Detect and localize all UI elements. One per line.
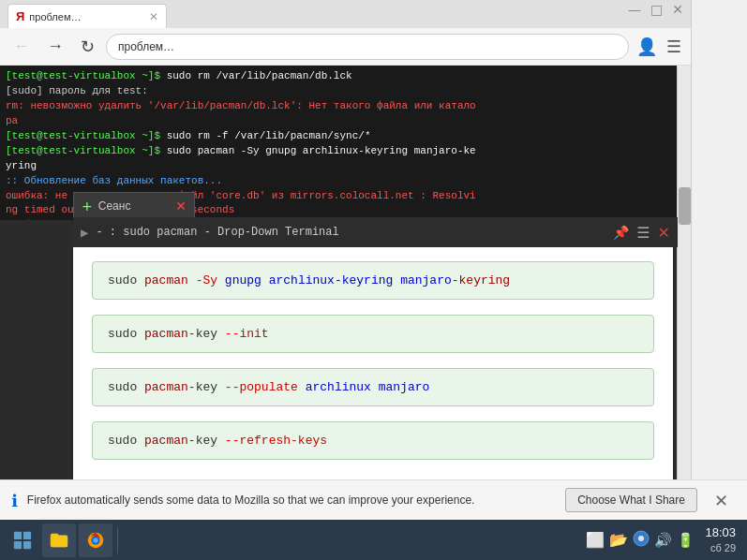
tray-battery-icon[interactable]: 🔋 bbox=[677, 532, 695, 549]
taskbar: ⬜ 📂 🔊 🔋 18:03 сб 29 bbox=[0, 520, 747, 560]
session-close-btn[interactable]: ✕ bbox=[175, 199, 187, 214]
taskbar-tray: ⬜ 📂 🔊 🔋 18:03 сб 29 bbox=[586, 525, 741, 554]
svg-rect-0 bbox=[14, 531, 22, 538]
session-bar: + Сеанс ✕ bbox=[73, 192, 195, 219]
svg-rect-3 bbox=[23, 540, 31, 548]
tray-folder-icon[interactable]: 📂 bbox=[609, 531, 628, 549]
window-maximize-btn[interactable]: □ bbox=[650, 2, 663, 17]
kde-icon bbox=[12, 530, 33, 551]
nav-forward-btn[interactable]: → bbox=[41, 35, 69, 58]
taskbar-clock: 18:03 сб 29 bbox=[699, 525, 741, 554]
firefox-icon bbox=[85, 530, 106, 551]
tray-speaker-icon[interactable]: 🔊 bbox=[654, 532, 672, 549]
taskbar-firefox-btn[interactable] bbox=[79, 523, 112, 557]
notification-info-icon: ℹ bbox=[11, 491, 18, 510]
svg-point-8 bbox=[638, 536, 644, 541]
clock-date: сб 29 bbox=[705, 541, 736, 554]
yakuake-pin-btn[interactable]: 📌 bbox=[613, 225, 629, 240]
yakuake-title: - : sudo pacman - Drop-Down Terminal bbox=[96, 226, 605, 239]
terminal-line-3: rm: невозможно удалить '/var/lib/pacman/… bbox=[6, 99, 685, 114]
terminal-line-1: [test@test-virtualbox ~]$ sudo rm /var/l… bbox=[6, 69, 685, 84]
firefox-notification-bar: ℹ Firefox automatically sends some data … bbox=[0, 479, 747, 520]
taskbar-start-btn[interactable] bbox=[6, 523, 39, 557]
terminal-line-7: yring bbox=[6, 159, 685, 174]
terminal-line-2: [sudo] пароль для test: bbox=[6, 84, 685, 99]
code-block-2: sudo pacman-key --init bbox=[92, 315, 654, 353]
terminal-line-4: ра bbox=[6, 114, 685, 129]
address-text: проблем… bbox=[118, 40, 174, 53]
code-block-3: sudo pacman-key --populate archlinux man… bbox=[92, 368, 654, 406]
terminal-line-5: [test@test-virtualbox ~]$ sudo rm -f /va… bbox=[6, 129, 685, 144]
nav-back-btn[interactable]: ← bbox=[7, 35, 36, 58]
taskbar-filemanager-btn[interactable] bbox=[42, 523, 76, 557]
terminal-line-6: [test@test-virtualbox ~]$ sudo pacman -S… bbox=[6, 144, 685, 159]
notification-close-btn[interactable]: ✕ bbox=[707, 487, 736, 514]
code-block-4: sudo pacman-key --refresh-keys bbox=[92, 421, 654, 460]
browser-tab-active[interactable]: Я проблем… ✕ bbox=[7, 4, 167, 28]
nav-reload-btn[interactable]: ↻ bbox=[75, 35, 100, 59]
svg-point-6 bbox=[93, 538, 98, 543]
yakuake-menu-btn[interactable]: ☰ bbox=[636, 224, 650, 242]
tray-network-icon[interactable] bbox=[633, 530, 650, 550]
notification-text: Firefox automatically sends some data to… bbox=[27, 494, 556, 507]
yakuake-title-bar: ▶ - : sudo pacman - Drop-Down Terminal 📌… bbox=[73, 217, 678, 247]
tray-screen-icon[interactable]: ⬜ bbox=[586, 531, 605, 549]
yakuake-close-btn[interactable]: ✕ bbox=[658, 224, 670, 242]
browser-tab-bar: — □ ✕ Я проблем… ✕ bbox=[0, 0, 691, 28]
session-plus-icon[interactable]: + bbox=[82, 199, 93, 214]
svg-rect-1 bbox=[23, 531, 31, 538]
tab-favicon: Я bbox=[16, 9, 24, 23]
folder-icon bbox=[49, 530, 69, 551]
webpage-content: sudo pacman -Sy gnupg archlinux-keyring … bbox=[73, 247, 673, 505]
window-minimize-btn[interactable]: — bbox=[628, 2, 641, 17]
yakuake-terminal-icon: ▶ bbox=[81, 225, 88, 240]
browser-nav-bar: ← → ↻ проблем… 👤 ☰ bbox=[0, 28, 691, 66]
taskbar-sep-1 bbox=[117, 527, 118, 553]
browser-menu-icon[interactable]: ☰ bbox=[665, 35, 683, 58]
choose-share-button[interactable]: Choose What I Share bbox=[565, 488, 697, 512]
network-svg bbox=[633, 530, 650, 547]
code-block-1: sudo pacman -Sy gnupg archlinux-keyring … bbox=[92, 261, 654, 300]
clock-time: 18:03 bbox=[705, 525, 736, 541]
browser-user-icon[interactable]: 👤 bbox=[635, 35, 659, 58]
browser-right-panel bbox=[691, 0, 747, 506]
page-scrollbar[interactable] bbox=[677, 66, 691, 501]
terminal-line-8: :: Обновление баз данных пакетов... bbox=[6, 174, 685, 189]
window-close-btn[interactable]: ✕ bbox=[672, 2, 683, 17]
address-bar-container[interactable]: проблем… bbox=[106, 34, 629, 60]
tab-label: проблем… bbox=[29, 11, 144, 22]
tab-close-btn[interactable]: ✕ bbox=[149, 10, 158, 23]
scrollbar-thumb[interactable] bbox=[679, 187, 691, 225]
session-label: Сеанс bbox=[98, 199, 131, 213]
svg-rect-2 bbox=[14, 540, 22, 548]
